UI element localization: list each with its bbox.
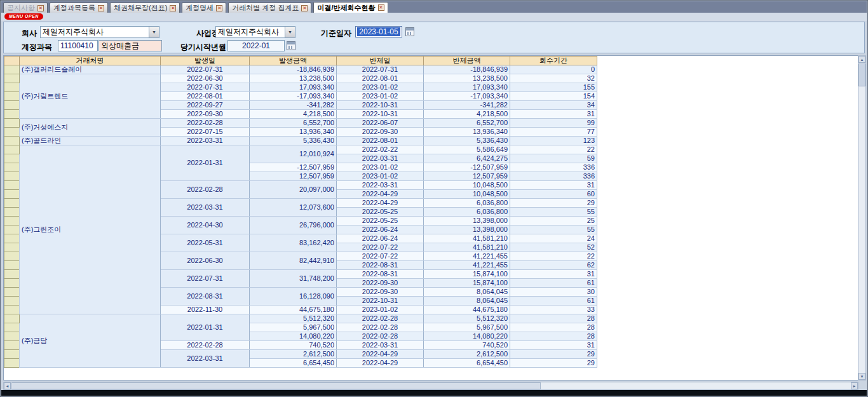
row-selector[interactable] <box>4 137 20 145</box>
row-selector[interactable] <box>4 110 20 119</box>
cell-sd[interactable]: 2022-07-22 <box>337 252 424 261</box>
cell-od[interactable]: 2022-07-31 <box>161 270 250 288</box>
row-selector[interactable] <box>4 145 20 154</box>
cell-oa[interactable]: 14,080,220 <box>250 332 337 341</box>
cell-sd[interactable]: 2023-01-02 <box>337 172 424 181</box>
tab-계정과목등록[interactable]: 계정과목등록✕ <box>50 3 108 13</box>
menu-open-button[interactable]: MENU OPEN <box>4 13 43 20</box>
company-select[interactable]: 제일저지주식회사 ▼ <box>40 26 159 38</box>
tab-close-icon[interactable]: ✕ <box>301 5 308 11</box>
cell-p[interactable]: 25 <box>510 217 597 225</box>
cell-p[interactable]: 31 <box>510 181 597 190</box>
cell-sd[interactable]: 2023-01-02 <box>337 306 424 314</box>
cell-sd[interactable]: 2022-09-30 <box>337 128 424 137</box>
cell-sd[interactable]: 2022-02-28 <box>337 323 424 332</box>
cell-sa[interactable]: 13,238,500 <box>424 74 510 83</box>
cell-od[interactable]: 2022-09-27 <box>161 101 250 110</box>
cell-oa[interactable]: 6,654,450 <box>250 359 337 368</box>
cell-oa[interactable]: 5,336,430 <box>250 137 337 145</box>
period-start-input[interactable] <box>227 40 285 51</box>
cell-sd[interactable]: 2023-01-02 <box>337 83 424 92</box>
cell-p[interactable]: 55 <box>510 225 597 234</box>
cell-od[interactable]: 2022-06-30 <box>161 74 250 83</box>
cell-p[interactable]: 52 <box>510 243 597 252</box>
cell-p[interactable]: 28 <box>510 314 597 323</box>
cell-od[interactable]: 2022-07-15 <box>161 128 250 137</box>
cell-oa[interactable]: 2,612,500 <box>250 350 337 359</box>
base-date-input[interactable]: 2023-01-05 <box>355 26 402 37</box>
cell-sd[interactable]: 2022-10-31 <box>337 101 424 110</box>
cell-od[interactable]: 2022-02-28 <box>161 119 250 128</box>
cell-sd[interactable]: 2022-06-07 <box>337 119 424 128</box>
cell-sd[interactable]: 2022-08-31 <box>337 261 424 270</box>
cell-oa[interactable]: 16,128,090 <box>250 288 337 306</box>
cell-od[interactable]: 2022-02-28 <box>161 341 250 350</box>
cell-sd[interactable]: 2022-02-28 <box>337 332 424 341</box>
cell-oa[interactable]: -17,093,340 <box>250 92 337 101</box>
cell-p[interactable]: 336 <box>510 163 597 172</box>
cell-c[interactable]: (주)골드라인 <box>20 137 161 145</box>
row-selector[interactable] <box>4 190 20 199</box>
cell-sd[interactable]: 2022-02-22 <box>337 145 424 154</box>
cell-sd[interactable]: 2022-10-31 <box>337 297 424 306</box>
cell-oa[interactable]: 740,520 <box>250 341 337 350</box>
chevron-down-icon[interactable]: ▼ <box>285 27 295 37</box>
cell-sa[interactable]: 41,581,210 <box>424 234 510 243</box>
cell-od[interactable]: 2022-03-31 <box>161 350 250 368</box>
cell-p[interactable]: 61 <box>510 297 597 306</box>
cell-p[interactable]: 31 <box>510 110 597 119</box>
cell-od[interactable]: 2022-08-31 <box>161 288 250 306</box>
cell-p[interactable]: 29 <box>510 359 597 368</box>
row-selector[interactable] <box>4 172 20 181</box>
row-selector[interactable] <box>4 350 20 359</box>
row-selector[interactable] <box>4 163 20 172</box>
tab-계정명세[interactable]: 계정명세✕ <box>182 3 226 13</box>
cell-sa[interactable]: 5,967,500 <box>424 323 510 332</box>
cell-c[interactable]: (주)거성에스지 <box>20 119 161 137</box>
cell-sa[interactable]: -341,282 <box>424 101 510 110</box>
row-selector[interactable] <box>4 297 20 306</box>
cell-sa[interactable]: 44,675,180 <box>424 306 510 314</box>
cell-oa[interactable]: -341,282 <box>250 101 337 110</box>
cell-sa[interactable]: 5,336,430 <box>424 137 510 145</box>
cell-sd[interactable]: 2022-08-01 <box>337 137 424 145</box>
row-selector[interactable] <box>4 225 20 234</box>
scrollbar-thumb[interactable] <box>858 64 865 86</box>
cell-sa[interactable]: 17,093,340 <box>424 83 510 92</box>
row-selector[interactable] <box>4 74 20 83</box>
vertical-scrollbar[interactable]: ▲ ▼ <box>858 55 866 380</box>
tab-close-icon[interactable]: ✕ <box>98 5 104 11</box>
cell-sa[interactable]: 14,080,220 <box>424 332 510 341</box>
cell-sa[interactable]: 13,398,000 <box>424 217 510 225</box>
cell-sd[interactable]: 2022-04-29 <box>337 350 424 359</box>
horizontal-scrollbar[interactable]: ◄ ► <box>3 382 858 390</box>
cell-sd[interactable]: 2022-09-30 <box>337 279 424 288</box>
tab-close-icon[interactable]: ✕ <box>37 5 44 11</box>
row-selector[interactable] <box>4 314 20 323</box>
cell-p[interactable]: 30 <box>510 288 597 297</box>
cell-sd[interactable]: 2022-03-31 <box>337 341 424 350</box>
cell-od[interactable]: 2022-06-30 <box>161 252 250 270</box>
row-selector[interactable] <box>4 92 20 101</box>
cell-sa[interactable]: 15,874,100 <box>424 270 510 279</box>
row-selector[interactable] <box>4 234 20 243</box>
cell-sa[interactable]: 6,552,700 <box>424 119 510 128</box>
cell-oa[interactable]: 13,936,340 <box>250 128 337 137</box>
cell-p[interactable]: 155 <box>510 83 597 92</box>
row-selector[interactable] <box>4 181 20 190</box>
cell-p[interactable]: 22 <box>510 145 597 154</box>
cell-p[interactable]: 99 <box>510 119 597 128</box>
cell-od[interactable]: 2022-07-31 <box>161 65 250 74</box>
row-selector[interactable] <box>4 288 20 297</box>
cell-p[interactable]: 33 <box>510 306 597 314</box>
cell-p[interactable]: 29 <box>510 199 597 208</box>
cell-p[interactable]: 24 <box>510 234 597 243</box>
cell-oa[interactable]: -18,846,939 <box>250 65 337 74</box>
cell-sd[interactable]: 2022-06-24 <box>337 234 424 243</box>
cell-od[interactable]: 2022-09-30 <box>161 110 250 119</box>
cell-sd[interactable]: 2022-04-29 <box>337 359 424 368</box>
cell-sa[interactable]: 8,064,045 <box>424 288 510 297</box>
cell-sa[interactable]: 15,874,100 <box>424 279 510 288</box>
cell-sd[interactable]: 2022-03-31 <box>337 154 424 163</box>
cell-c[interactable]: (주)거림트렌드 <box>20 74 161 119</box>
